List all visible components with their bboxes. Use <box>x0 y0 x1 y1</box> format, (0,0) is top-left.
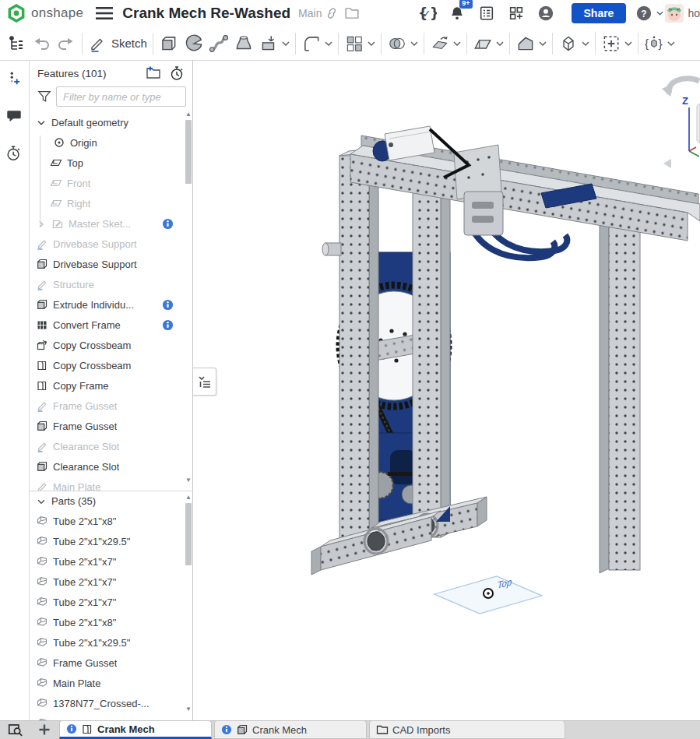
filter-funnel-icon[interactable] <box>37 90 51 104</box>
help-icon[interactable]: ? <box>634 3 654 23</box>
chevron-down-icon[interactable] <box>410 41 418 46</box>
history-icon[interactable] <box>5 145 24 164</box>
undo-button[interactable] <box>29 30 54 57</box>
chevron-down-icon[interactable] <box>325 41 332 46</box>
feature-item[interactable]: Frame Gusset <box>30 416 192 436</box>
feature-item[interactable]: Extrude Individu... <box>30 294 192 315</box>
part-item[interactable]: Tube 2"x1"x7" <box>30 592 192 612</box>
tab-search-icon[interactable] <box>0 720 30 739</box>
chevron-right-icon[interactable] <box>36 218 47 229</box>
draft-tool-button[interactable] <box>256 30 292 57</box>
sweep-tool-button[interactable] <box>206 30 231 57</box>
version-check-icon[interactable]: {}✓ <box>417 3 438 23</box>
part-item[interactable]: Tube 2"x1"x7" <box>30 551 192 572</box>
link-icon[interactable] <box>322 3 342 23</box>
fillet-tool-button[interactable] <box>299 30 335 57</box>
chevron-down-icon[interactable] <box>624 41 632 46</box>
feature-item[interactable]: Convert Frame <box>30 315 192 335</box>
features-scrollbar[interactable] <box>185 120 192 184</box>
move-face-tool-button[interactable] <box>427 30 463 57</box>
feature-item[interactable]: Copy Crossbeam <box>30 335 192 355</box>
part-item[interactable]: Main Plate <box>30 673 192 693</box>
part-item[interactable]: Tube 2"x1"x29.5" <box>30 531 192 551</box>
revolve-tool-button[interactable] <box>181 30 206 57</box>
feature-item[interactable]: Clearance Slot <box>30 436 192 456</box>
feature-item[interactable]: Copy Crossbeam <box>30 355 192 375</box>
feature-item[interactable]: Master Sket... <box>30 213 192 234</box>
panel-collapse-handle[interactable] <box>193 368 216 396</box>
learning-icon[interactable] <box>536 3 556 23</box>
user-avatar[interactable] <box>665 4 684 23</box>
mate-connector-tool-button[interactable] <box>599 30 635 57</box>
parts-header[interactable]: Parts (35) <box>30 491 192 511</box>
feature-item[interactable]: Top <box>30 153 192 173</box>
parts-scroll-down[interactable]: ▼ <box>185 706 192 713</box>
folder-add-icon[interactable] <box>146 65 161 81</box>
featurescript-tool-button[interactable]: {} <box>642 30 677 57</box>
workspace-name[interactable]: Main <box>298 7 322 19</box>
sheet-metal-tool-button[interactable] <box>513 30 549 57</box>
feature-item[interactable]: Default geometry <box>30 112 192 132</box>
feature-list-toggle-icon[interactable] <box>4 30 29 57</box>
chevron-down-icon[interactable] <box>36 117 47 128</box>
tab-crank-mech[interactable]: Crank Mech <box>59 720 212 739</box>
share-button[interactable]: Share <box>572 3 627 23</box>
chevron-down-icon[interactable] <box>368 41 375 46</box>
part-item[interactable]: Tube 2"x1"x8" <box>30 511 192 531</box>
onshape-logo-icon[interactable] <box>6 3 26 23</box>
add-tab-button[interactable] <box>30 720 59 739</box>
part-item[interactable]: Tube 2"x1"x29.5" <box>30 632 192 653</box>
chevron-down-icon[interactable] <box>453 41 461 46</box>
feature-item[interactable]: Main Plate <box>30 477 192 491</box>
tasks-icon[interactable] <box>477 3 497 23</box>
chevron-down-icon[interactable] <box>36 496 47 507</box>
sketch-tool-button[interactable]: Sketch <box>86 30 149 57</box>
feature-item[interactable]: Frame Gusset <box>30 396 192 416</box>
rollback-icon[interactable] <box>169 65 185 81</box>
username[interactable]: ho <box>688 7 700 19</box>
redo-button[interactable] <box>54 30 79 57</box>
feature-item[interactable]: Origin <box>30 132 192 153</box>
parts-scrollbar[interactable] <box>185 503 192 565</box>
view-cube[interactable]: Z <box>662 79 700 168</box>
part-item[interactable]: 1378N77_Crossed-... <box>30 693 192 713</box>
feature-filter-input[interactable] <box>56 86 186 107</box>
part-item[interactable] <box>30 713 192 720</box>
feature-item[interactable]: Copy Frame <box>30 375 192 396</box>
view-rotate-left-icon[interactable] <box>663 159 671 168</box>
notifications-icon[interactable]: 9+ <box>447 3 467 23</box>
tab-cad-imports[interactable]: CAD Imports <box>369 720 565 739</box>
graphics-viewport[interactable]: Top Z <box>193 61 700 720</box>
chevron-down-icon[interactable] <box>539 41 547 46</box>
pattern-tool-button[interactable] <box>342 30 378 57</box>
comments-icon[interactable] <box>5 107 24 126</box>
plane-tool-button[interactable] <box>470 30 506 57</box>
loft-tool-button[interactable] <box>231 30 256 57</box>
main-menu-icon[interactable] <box>96 6 113 20</box>
document-title[interactable]: Crank Mech Re-Washed <box>122 5 290 22</box>
parts-scroll-up[interactable]: ▲ <box>185 494 192 501</box>
part-item[interactable]: Tube 2"x1"x7" <box>30 572 192 592</box>
chevron-down-icon[interactable] <box>667 41 675 46</box>
feature-item[interactable]: Front <box>30 173 192 193</box>
surface-tool-button[interactable] <box>556 30 592 57</box>
chevron-down-icon[interactable] <box>282 41 290 46</box>
features-scroll-up[interactable]: ▲ <box>185 111 192 118</box>
part-item[interactable]: Frame Gusset <box>30 653 192 673</box>
features-scroll-down[interactable]: ▼ <box>185 477 192 484</box>
part-item[interactable]: Tube 2"x1"x8" <box>30 612 192 632</box>
feature-item[interactable]: Clearance Slot <box>30 456 192 477</box>
feature-item[interactable]: Right <box>30 193 192 213</box>
tab-crank-mech[interactable]: Crank Mech <box>214 720 367 739</box>
folder-outline-icon[interactable] <box>342 3 362 23</box>
feature-item[interactable]: Drivebase Support <box>30 254 192 274</box>
model-canvas[interactable]: Top Z <box>193 61 700 720</box>
chevron-down-icon[interactable] <box>496 41 504 46</box>
apps-icon[interactable] <box>506 3 526 23</box>
feature-item[interactable]: Structure <box>30 274 192 294</box>
chevron-down-icon[interactable] <box>582 41 589 46</box>
help-caret-icon[interactable] <box>654 3 665 23</box>
feature-item[interactable]: Drivebase Support <box>30 234 192 254</box>
extrude-tool-button[interactable] <box>157 30 181 57</box>
model-sketch-plane[interactable]: Top <box>434 576 542 614</box>
